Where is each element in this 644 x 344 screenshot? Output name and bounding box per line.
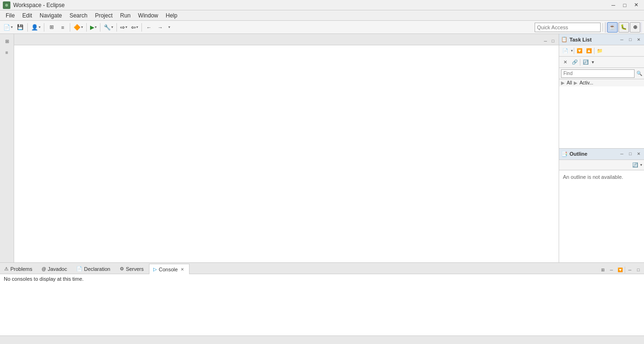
- new-dropdown-arrow: ▾: [11, 25, 13, 29]
- bottom-controls: ⊞ ─ 🔽 ─ □: [599, 266, 644, 274]
- editor-minimize-btn[interactable]: ─: [542, 37, 549, 45]
- task-collapse-btn[interactable]: 📁: [595, 47, 604, 55]
- task-filter-input[interactable]: [561, 69, 635, 78]
- task-new-arrow: ▾: [571, 49, 573, 53]
- sidebar-btn-2[interactable]: ≡: [2, 47, 12, 58]
- outline-content: An outline is not available.: [559, 170, 644, 263]
- javadoc-icon: @: [41, 267, 46, 271]
- profile-dropdown[interactable]: 👤 ▾: [30, 22, 42, 33]
- task-list-panel: 📋 Task List ─ □ ✕ 📄 ▾ 🔽 🔼 📁 ✕ 🔗 🔃: [559, 34, 644, 149]
- tab-console[interactable]: ▷ Console ✕: [149, 264, 190, 274]
- task-list-close[interactable]: ✕: [636, 36, 642, 43]
- outline-toolbar: 🔄 ▾: [559, 160, 644, 170]
- tab-console-label: Console: [159, 267, 178, 272]
- task-btn-c[interactable]: 🔃: [581, 58, 590, 67]
- outline-header: 📑 Outline ─ □ ✕: [559, 149, 644, 160]
- tab-javadoc[interactable]: @ Javadoc: [37, 263, 71, 274]
- editor-maximize-btn[interactable]: □: [549, 37, 557, 45]
- main-area: ⊞ ≡ ─ □ 📋 Task List ─ □ ✕ 📄 ▾: [0, 34, 644, 262]
- task-btn-b[interactable]: 🔗: [570, 58, 579, 67]
- task-list-minimize[interactable]: ─: [619, 36, 625, 43]
- java-perspective-btn[interactable]: ☕: [607, 22, 618, 33]
- console-content: No consoles to display at this time.: [0, 274, 644, 336]
- tab-declaration[interactable]: 📄 Declaration: [72, 263, 115, 274]
- window-controls: ─ □ ✕: [608, 1, 641, 9]
- save-button[interactable]: 💾: [15, 22, 25, 33]
- external-tool-icon: 🔧: [104, 24, 111, 31]
- outline-title: Outline: [570, 151, 617, 157]
- task-chevron: ▾: [591, 59, 595, 65]
- view-btn-1[interactable]: ⊞: [46, 22, 57, 33]
- tab-javadoc-label: Javadoc: [48, 266, 67, 272]
- add-perspective-btn[interactable]: ⊕: [630, 22, 640, 33]
- task-all-label[interactable]: All: [567, 80, 572, 85]
- tab-problems[interactable]: ⚠ Problems: [0, 263, 36, 274]
- new-file-dropdown[interactable]: 📄 ▾: [2, 22, 14, 33]
- nav-dropdown-1[interactable]: ⇨ ▾: [119, 22, 129, 33]
- outline-sync-btn[interactable]: 🔄: [631, 160, 639, 169]
- task-filter-btn1[interactable]: 🔽: [575, 47, 584, 55]
- forward-button[interactable]: →: [155, 22, 165, 33]
- menu-file[interactable]: File: [2, 10, 18, 21]
- nav-arrow-2: ▾: [136, 25, 138, 29]
- profile-icon: 👤: [31, 24, 38, 31]
- outline-close[interactable]: ✕: [636, 151, 642, 157]
- bottom-sep: [625, 267, 625, 273]
- editor-content: [14, 45, 559, 262]
- console-close-btn[interactable]: ✕: [180, 267, 185, 272]
- editor-area: ─ □: [14, 34, 559, 262]
- separator-3: [70, 23, 70, 32]
- menu-window[interactable]: Window: [134, 10, 162, 21]
- run-icon: ▶: [90, 24, 94, 31]
- debug-perspective-btn[interactable]: 🐛: [619, 22, 629, 33]
- new-element-dropdown[interactable]: 🔶 ▾: [72, 22, 84, 33]
- outline-minimize[interactable]: ─: [619, 151, 625, 157]
- main-toolbar: 📄 ▾ 💾 👤 ▾ ⊞ ≡ 🔶 ▾ ▶ ▾ 🔧 ▾ ⇨ ▾ ⇦ ▾ ← → ▾: [0, 21, 644, 34]
- tab-problems-label: Problems: [10, 266, 32, 272]
- nav-dropdown-2[interactable]: ⇦ ▾: [130, 22, 140, 33]
- outline-maximize[interactable]: □: [627, 151, 634, 157]
- nav-icon-2: ⇦: [131, 24, 136, 31]
- close-button[interactable]: ✕: [631, 1, 641, 9]
- history-dropdown[interactable]: ▾: [166, 22, 172, 33]
- sep-perspective: [603, 23, 603, 32]
- external-tool-dropdown[interactable]: 🔧 ▾: [102, 22, 115, 33]
- console-icon: ▷: [153, 267, 157, 272]
- tab-declaration-label: Declaration: [84, 266, 110, 272]
- menu-navigate[interactable]: Navigate: [36, 10, 66, 21]
- bottom-dropdown-btn[interactable]: 🔽: [616, 266, 624, 274]
- bottom-panel-maximize[interactable]: □: [635, 266, 642, 274]
- task-btn-a[interactable]: ✕: [561, 58, 570, 67]
- task-list-content: [559, 86, 644, 148]
- run-arrow: ▾: [95, 25, 97, 29]
- menu-edit[interactable]: Edit: [18, 10, 36, 21]
- task-list-maximize[interactable]: □: [627, 36, 634, 43]
- window-title: Workspace - Eclipse: [13, 2, 65, 8]
- bottom-panel-minimize[interactable]: ─: [626, 266, 634, 274]
- quick-access-input[interactable]: [535, 23, 601, 32]
- task-new-btn[interactable]: 📄: [561, 47, 570, 55]
- minimize-button[interactable]: ─: [608, 1, 619, 9]
- toolbar-right: ☕ 🐛 ⊕: [535, 22, 642, 33]
- servers-icon: ⚙: [120, 266, 124, 271]
- view-btn-2[interactable]: ≡: [58, 22, 68, 33]
- status-bar: [0, 336, 644, 344]
- menu-search[interactable]: Search: [66, 10, 91, 21]
- back-button[interactable]: ←: [144, 22, 154, 33]
- run-dropdown[interactable]: ▶ ▾: [89, 22, 98, 33]
- menu-project[interactable]: Project: [91, 10, 116, 21]
- new-icon: 📄: [3, 24, 10, 31]
- bottom-minimize-btn[interactable]: ─: [608, 266, 615, 274]
- maximize-button[interactable]: □: [619, 1, 630, 9]
- task-active-label[interactable]: Activ...: [579, 80, 593, 85]
- bottom-view-menu-btn[interactable]: ⊞: [599, 266, 607, 274]
- sidebar-btn-1[interactable]: ⊞: [2, 36, 12, 46]
- arrow-right-icon-2: ▶: [574, 80, 578, 85]
- task-filter-btn2[interactable]: 🔼: [585, 47, 593, 55]
- bottom-tab-bar: ⚠ Problems @ Javadoc 📄 Declaration ⚙ Ser…: [0, 263, 644, 274]
- editor-controls: ─ □: [542, 37, 559, 45]
- tab-servers[interactable]: ⚙ Servers: [116, 263, 148, 274]
- menu-run[interactable]: Run: [116, 10, 134, 21]
- menu-help[interactable]: Help: [162, 10, 182, 21]
- outline-icon: 📑: [561, 151, 568, 157]
